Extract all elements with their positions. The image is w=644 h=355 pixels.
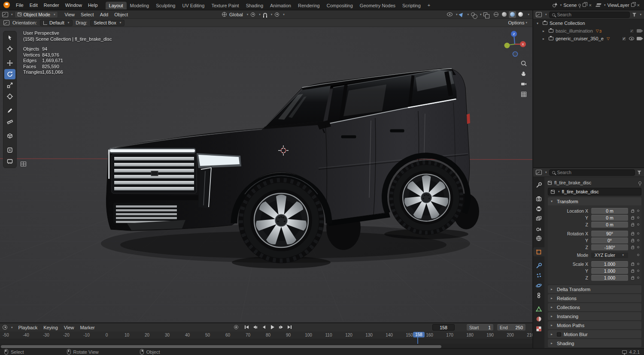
orientation-dropdown[interactable]: Default ▾ xyxy=(40,20,73,26)
lock-icon[interactable] xyxy=(630,216,635,220)
filter-icon[interactable] xyxy=(637,171,641,174)
lock-icon[interactable] xyxy=(630,238,635,243)
timeline-scrollbar[interactable] xyxy=(1,345,441,348)
lock-icon[interactable] xyxy=(630,223,635,227)
workspace-tab[interactable]: Sculpting xyxy=(152,2,179,9)
lock-icon[interactable] xyxy=(630,262,635,266)
scene-selector[interactable]: ▾ Scene × xyxy=(553,3,592,8)
animate-decorator-icon[interactable] xyxy=(637,277,639,279)
object-name-field[interactable]: ▾ fl_tire_brake_disc xyxy=(548,188,641,196)
editor-type-icon-viewport[interactable] xyxy=(2,12,8,17)
render-visibility-icon[interactable] xyxy=(637,37,641,40)
camera-view-icon[interactable] xyxy=(520,80,528,88)
properties-search-input[interactable] xyxy=(557,170,632,175)
transform-value-field[interactable]: 1.000 xyxy=(591,261,628,267)
tab-object-data[interactable] xyxy=(533,304,544,313)
section-checkbox[interactable] xyxy=(557,332,561,337)
tool-annotate[interactable] xyxy=(4,105,15,116)
exclude-checkbox[interactable]: ✓ xyxy=(622,36,626,41)
menu-item[interactable]: Marker xyxy=(77,324,97,331)
exclude-checkbox[interactable]: ✓ xyxy=(629,29,634,33)
menu-item[interactable]: Select xyxy=(78,11,97,18)
options-dropdown[interactable]: Options ▾ xyxy=(508,20,529,25)
shading-solid-button[interactable] xyxy=(501,11,508,18)
tab-view-layer[interactable] xyxy=(533,214,544,223)
lock-icon[interactable] xyxy=(630,276,635,280)
auto-keying-icon[interactable] xyxy=(234,325,238,329)
tool-move[interactable] xyxy=(4,58,15,68)
snap-magnet-icon[interactable] xyxy=(263,13,267,17)
workspace-tab[interactable]: Shading xyxy=(243,2,267,9)
tool-extra-1[interactable] xyxy=(4,145,15,155)
tab-object[interactable] xyxy=(533,247,544,256)
pan-hand-icon[interactable] xyxy=(520,70,528,78)
proportional-editing-icon[interactable] xyxy=(275,12,279,17)
ortho-grid-icon[interactable] xyxy=(520,90,528,98)
animate-decorator-icon[interactable] xyxy=(637,210,639,212)
menu-item[interactable]: Help xyxy=(85,1,101,9)
outliner-search[interactable] xyxy=(549,12,630,18)
pivot-point-icon[interactable] xyxy=(251,12,255,17)
prev-keyframe-button[interactable] xyxy=(252,324,259,330)
xray-toggle-icon[interactable] xyxy=(483,12,487,16)
next-keyframe-button[interactable] xyxy=(277,324,285,330)
tab-output[interactable] xyxy=(533,204,544,213)
render-visibility-icon[interactable] xyxy=(637,29,641,33)
pin-icon[interactable] xyxy=(578,4,581,6)
transform-value-field[interactable]: 0 m xyxy=(591,222,628,228)
rear-wheel[interactable] xyxy=(389,160,464,235)
menu-item[interactable]: View xyxy=(61,324,77,331)
lock-icon[interactable] xyxy=(630,269,635,273)
menu-item[interactable]: Render xyxy=(41,1,62,9)
tab-modifiers[interactable] xyxy=(533,261,544,270)
lock-icon[interactable] xyxy=(630,209,635,213)
lock-icon[interactable] xyxy=(630,232,635,236)
outliner-row-scene-collection[interactable]: ▾ Scene Collection xyxy=(533,19,644,27)
new-viewlayer-icon[interactable] xyxy=(631,3,635,7)
timeline-track-area[interactable] xyxy=(0,339,532,344)
transform-panel-header[interactable]: ▾ Transform xyxy=(548,197,641,205)
menu-item[interactable]: Add xyxy=(97,11,112,18)
menu-item[interactable]: View xyxy=(61,11,78,18)
workspace-tab[interactable]: Rendering xyxy=(295,2,323,9)
outliner-row-generic-cruiser[interactable]: ▸ generic_cruiser_350_e ▽ ✓ xyxy=(533,35,644,42)
animate-decorator-icon[interactable] xyxy=(637,232,639,235)
menu-item[interactable]: Playback xyxy=(15,324,41,331)
zoom-icon[interactable] xyxy=(520,60,528,67)
animate-decorator-icon[interactable] xyxy=(637,217,639,219)
front-wheel[interactable] xyxy=(238,178,324,263)
tab-scene[interactable] xyxy=(533,224,544,233)
workspace-tab[interactable]: UV Editing xyxy=(179,2,208,9)
viewlayer-selector[interactable]: ▾ ViewLayer × xyxy=(597,3,641,8)
properties-section[interactable]: ▸ Delta Transform xyxy=(548,285,641,293)
menu-item[interactable]: Window xyxy=(62,1,85,9)
current-frame-field[interactable]: 158 xyxy=(432,324,455,331)
workspace-tab[interactable]: Geometry Nodes xyxy=(356,2,399,9)
3d-viewport-canvas[interactable]: User Perspective (158) Scene Collection … xyxy=(0,27,532,322)
add-workspace-button[interactable]: + xyxy=(425,2,433,9)
viewport-visibility-icon[interactable] xyxy=(629,37,634,40)
tool-rotate[interactable] xyxy=(4,69,15,79)
transform-value-field[interactable]: 0° xyxy=(591,238,628,244)
menu-item[interactable]: File xyxy=(13,1,27,9)
properties-section[interactable]: ▸ Collections xyxy=(548,303,641,311)
workspace-tab[interactable]: Texture Paint xyxy=(208,2,242,9)
animate-decorator-icon[interactable] xyxy=(637,246,639,248)
outliner-search-input[interactable] xyxy=(557,12,627,17)
properties-section[interactable]: ▸ Motion Blur xyxy=(548,330,641,338)
menu-item[interactable]: Object xyxy=(111,11,131,18)
jump-to-end-button[interactable] xyxy=(286,324,293,330)
tool-transform[interactable] xyxy=(4,91,15,102)
tab-material[interactable] xyxy=(533,314,544,323)
tool-measure[interactable] xyxy=(4,117,15,127)
tool-select-box[interactable] xyxy=(4,33,15,43)
properties-search[interactable] xyxy=(549,169,635,176)
active-tool-icon[interactable] xyxy=(3,20,9,25)
transform-value-field[interactable]: 90° xyxy=(591,231,628,237)
workspace-tab[interactable]: Modeling xyxy=(127,2,153,9)
transform-value-field[interactable]: 1.000 xyxy=(591,275,628,281)
tab-constraints[interactable] xyxy=(533,291,544,300)
transform-value-field[interactable]: 1.000 xyxy=(591,268,628,274)
tab-world[interactable] xyxy=(533,234,544,243)
transform-value-field[interactable]: 0 m xyxy=(591,208,628,214)
